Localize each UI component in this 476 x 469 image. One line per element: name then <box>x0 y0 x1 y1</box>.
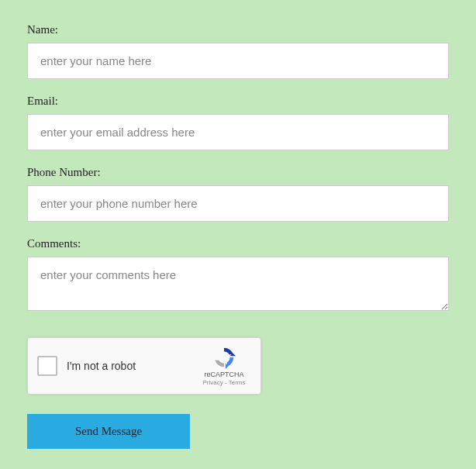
email-group: Email: <box>27 95 449 150</box>
name-input[interactable] <box>27 43 449 79</box>
contact-form: Name: Email: Phone Number: Comments: I'm… <box>27 23 449 449</box>
recaptcha-checkbox[interactable] <box>37 356 57 376</box>
email-label: Email: <box>27 95 449 108</box>
name-label: Name: <box>27 23 449 36</box>
comments-group: Comments: <box>27 237 449 314</box>
recaptcha-links[interactable]: Privacy - Terms <box>203 379 246 386</box>
phone-group: Phone Number: <box>27 166 449 222</box>
recaptcha-icon <box>212 346 236 369</box>
phone-label: Phone Number: <box>27 166 449 179</box>
name-group: Name: <box>27 23 449 79</box>
comments-label: Comments: <box>27 237 449 250</box>
comments-textarea[interactable] <box>27 257 449 311</box>
recaptcha-widget: I'm not a robot reCAPTCHA Privacy - Term… <box>27 337 261 395</box>
recaptcha-logo: reCAPTCHA Privacy - Terms <box>197 346 251 387</box>
recaptcha-label: I'm not a robot <box>67 360 197 372</box>
email-input[interactable] <box>27 114 449 150</box>
recaptcha-brand: reCAPTCHA <box>204 371 243 380</box>
phone-input[interactable] <box>27 185 449 222</box>
send-message-button[interactable]: Send Message <box>27 414 190 449</box>
